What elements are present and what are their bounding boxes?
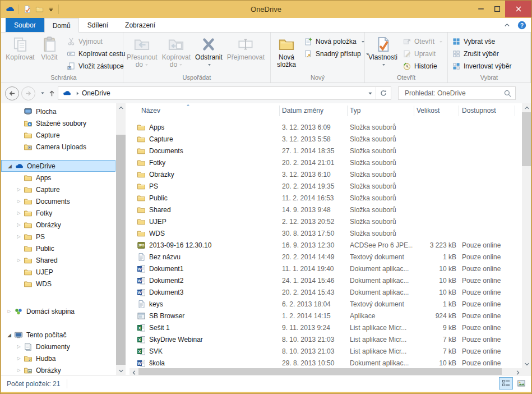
- back-button[interactable]: [5, 86, 19, 100]
- tree-item-dom-c-skupina[interactable]: ▷Domácí skupina: [1, 305, 116, 317]
- tree-item-capture[interactable]: ▷Capture: [1, 184, 116, 195]
- minimize-ribbon-icon[interactable]: [503, 21, 511, 29]
- list-scroll-right-icon[interactable]: [514, 368, 522, 375]
- tree-item-obr-zky[interactable]: ▷Obrázky: [1, 219, 116, 231]
- tree-item-sta-en-soubory[interactable]: Stažené soubory: [1, 117, 116, 129]
- column-separator[interactable]: [459, 106, 459, 116]
- tree-item-ujep[interactable]: UJEP: [1, 266, 116, 278]
- file-row-bez-n-zvu[interactable]: Bez názvu20. 2. 2014 14:49Textový dokume…: [129, 251, 522, 263]
- close-button[interactable]: [505, 1, 531, 17]
- expander-collapsed-icon[interactable]: ▷: [14, 258, 24, 263]
- sidebar-scrollbar-thumb[interactable]: [116, 135, 126, 365]
- tree-item-camera-uploads[interactable]: Camera Uploads: [1, 141, 116, 153]
- invertovat-v-b-r-button[interactable]: Invertovat výběr: [449, 60, 514, 72]
- expander-collapsed-icon[interactable]: ▷: [14, 234, 24, 239]
- qat-new-folder-button[interactable]: [35, 5, 44, 13]
- file-row-dokument3[interactable]: WDokument320. 2. 2014 15:43Dokument apli…: [129, 287, 522, 299]
- column-header-velikost[interactable]: Velikost: [417, 107, 440, 114]
- file-row-dokument1[interactable]: WDokument111. 1. 2014 19:40Dokument apli…: [129, 263, 522, 275]
- file-row-sb-browser[interactable]: SB Browser1. 2. 2014 14:15Aplikace924 kB…: [129, 310, 522, 322]
- historie-button[interactable]: Historie: [400, 60, 446, 72]
- tree-item-hudba[interactable]: ▷♪Hudba: [1, 352, 116, 364]
- vybrat-v-e-button[interactable]: Vybrat vše: [449, 35, 514, 48]
- breadcrumb-chevron-icon[interactable]: [73, 91, 82, 96]
- kop-rovat-cestu-button[interactable]: W...Kopírovat cestu: [64, 48, 128, 60]
- file-row-skydrive-webinar[interactable]: XSkyDrive Webinar8. 10. 2013 21:03List a…: [129, 334, 522, 346]
- tab-soubor[interactable]: Soubor: [6, 18, 44, 32]
- sidebar-scroll-up-icon[interactable]: [116, 103, 126, 112]
- search-input[interactable]: [404, 89, 503, 98]
- expander-expanded-icon[interactable]: ◢: [4, 332, 14, 338]
- file-row-obr-zky[interactable]: Obrázky3. 12. 2013 6:10Složka souborů: [129, 169, 522, 181]
- column-separator[interactable]: [279, 106, 280, 116]
- tab-sd-len[interactable]: Sdílení: [79, 18, 117, 32]
- tree-item-tento-po-ta[interactable]: ◢Tento počítač: [1, 329, 116, 341]
- tab-dom[interactable]: Domů: [44, 18, 79, 33]
- file-row-wds[interactable]: WDS30. 8. 2013 17:50Složka souborů: [129, 228, 522, 240]
- file-row-se-it-1[interactable]: XSešit 19. 11. 2013 9:24List aplikace Mi…: [129, 322, 522, 334]
- thumbnails-view-button[interactable]: [514, 377, 528, 390]
- refresh-button[interactable]: [376, 87, 391, 99]
- file-row-dokument2[interactable]: WDokument224. 1. 2014 15:46Dokument apli…: [129, 275, 522, 287]
- tree-item-obr-zky[interactable]: ▷Obrázky: [1, 364, 116, 375]
- file-row-kola[interactable]: Wškola29. 8. 2013 10:50Dokument aplikac.…: [129, 358, 522, 369]
- column-separator[interactable]: [414, 106, 414, 116]
- column-separator[interactable]: [515, 106, 515, 116]
- file-row-apps[interactable]: Apps3. 12. 2013 6:09Složka souborů: [129, 122, 522, 134]
- tree-item-public[interactable]: Public: [1, 242, 116, 254]
- expander-collapsed-icon[interactable]: ▷: [14, 210, 24, 216]
- file-row-ujep[interactable]: UJEP2. 12. 2013 20:52Složka souborů: [129, 216, 522, 228]
- address-history-dropdown[interactable]: [365, 87, 376, 99]
- help-icon[interactable]: ?: [517, 21, 526, 30]
- tree-item-documents[interactable]: ▷Documents: [1, 195, 116, 207]
- column-header-datum-zm-ny[interactable]: Datum změny: [282, 107, 323, 114]
- expander-collapsed-icon[interactable]: ▷: [4, 309, 14, 314]
- search-icon[interactable]: [503, 89, 512, 98]
- file-row-capture[interactable]: Capture3. 12. 2013 5:58Složka souborů: [129, 134, 522, 145]
- vlastnosti-button[interactable]: Vlastnosti: [366, 33, 400, 68]
- file-row-ps[interactable]: PS20. 2. 2014 19:35Složka souborů: [129, 181, 522, 193]
- expander-collapsed-icon[interactable]: ▷: [14, 344, 24, 349]
- column-header-typ[interactable]: Typ: [350, 107, 360, 114]
- list-scroll-up-icon[interactable]: [522, 103, 531, 112]
- tree-item-plocha[interactable]: Plocha: [1, 106, 116, 117]
- tree-item-wds[interactable]: WDS: [1, 278, 116, 290]
- nov-button[interactable]: Novásložka: [272, 33, 301, 68]
- up-button[interactable]: [47, 86, 57, 100]
- qat-properties-button[interactable]: [23, 5, 31, 13]
- tree-item-shared[interactable]: ▷Shared: [1, 254, 116, 266]
- expander-collapsed-icon[interactable]: ▷: [14, 199, 24, 204]
- breadcrumb-segment-onedrive[interactable]: OneDrive: [82, 89, 110, 97]
- file-row-keys[interactable]: keys6. 2. 2013 18:04Textový dokument1 kB…: [129, 299, 522, 310]
- details-view-button[interactable]: [499, 377, 513, 390]
- file-row-documents[interactable]: Documents27. 1. 2014 18:35Složka souborů: [129, 145, 522, 157]
- vlo-it-z-stupce-button[interactable]: Vložit zástupce: [64, 60, 128, 72]
- expander-collapsed-icon[interactable]: ▷: [14, 187, 24, 192]
- zru-it-v-b-r-button[interactable]: Zrušit výběr: [449, 48, 514, 60]
- list-scroll-down-icon[interactable]: [522, 360, 531, 368]
- recent-locations-dropdown[interactable]: [38, 86, 47, 100]
- column-separator[interactable]: [347, 106, 348, 116]
- list-vertical-scrollbar-thumb[interactable]: [522, 112, 531, 166]
- nov-polo-ka-button[interactable]: Nová položka: [301, 35, 372, 48]
- tab-zobrazen[interactable]: Zobrazení: [117, 18, 164, 32]
- file-row-shared[interactable]: Shared14. 9. 2013 9:48Složka souborů: [129, 204, 522, 216]
- list-scroll-left-icon[interactable]: [129, 368, 138, 375]
- expander-collapsed-icon[interactable]: ▷: [14, 222, 24, 227]
- odstranit-button[interactable]: Odstranit: [193, 33, 225, 68]
- file-row-fotky[interactable]: Fotky20. 2. 2014 21:01Složka souborů: [129, 157, 522, 169]
- file-row-svk[interactable]: XSVK8. 10. 2013 21:03List aplikace Micr.…: [129, 346, 522, 358]
- file-row-2013-09-16-12-30-10[interactable]: JPG2013-09-16 12.30.1016. 9. 2013 12:30A…: [129, 240, 522, 251]
- maximize-button[interactable]: [489, 1, 505, 17]
- tree-item-dokumenty[interactable]: ▷Dokumenty: [1, 341, 116, 352]
- tree-item-onedrive[interactable]: ◢OneDrive: [1, 160, 115, 172]
- expander-collapsed-icon[interactable]: ▷: [14, 368, 24, 373]
- sidebar-scroll-down-icon[interactable]: [116, 366, 126, 375]
- expander-collapsed-icon[interactable]: ▷: [14, 356, 24, 361]
- column-header-dostupnost[interactable]: Dostupnost: [462, 107, 496, 114]
- tree-item-fotky[interactable]: ▷Fotky: [1, 207, 116, 219]
- address-bar[interactable]: OneDrive: [58, 86, 391, 100]
- list-horizontal-scrollbar-thumb[interactable]: [138, 368, 502, 375]
- qat-customize-dropdown[interactable]: [48, 6, 54, 13]
- expander-expanded-icon[interactable]: ◢: [5, 163, 15, 169]
